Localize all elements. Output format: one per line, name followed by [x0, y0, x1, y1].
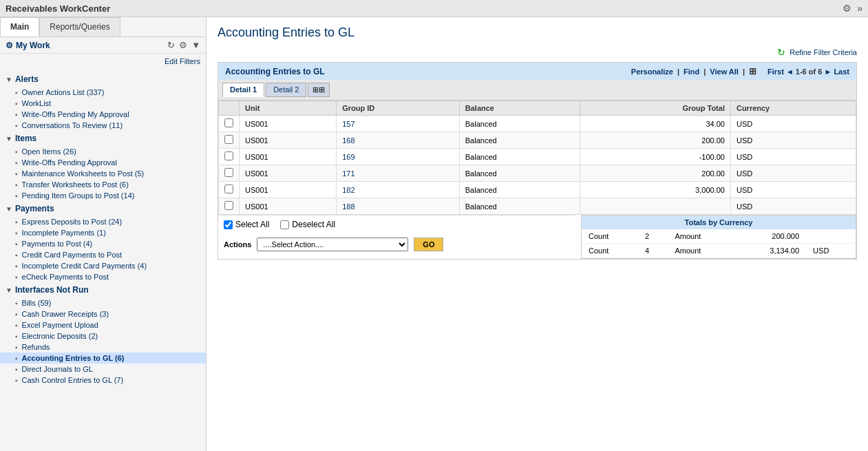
nav-express-deposits[interactable]: ▪ Express Deposits to Post (24) [0, 216, 206, 227]
nav-link[interactable]: Bills (59) [22, 299, 52, 307]
nav-link[interactable]: Cash Control Entries to GL (7) [22, 376, 124, 384]
nav-incomplete-payments[interactable]: ▪ Incomplete Payments (1) [0, 227, 206, 238]
refresh-icon[interactable]: ↻ [167, 40, 175, 50]
row-checkbox[interactable] [224, 168, 233, 177]
nav-link[interactable]: Cash Drawer Receipts (3) [22, 310, 109, 318]
nav-link[interactable]: eCheck Payments to Post [22, 273, 109, 281]
nav-link[interactable]: Direct Journals to GL [22, 365, 93, 373]
first-link[interactable]: First [768, 67, 784, 76]
refine-filter-link[interactable]: Refine Filter Criteria [790, 48, 857, 56]
settings-icon[interactable]: ⚙ [843, 3, 851, 14]
nav-link[interactable]: Maintenance Worksheets to Post (5) [22, 169, 145, 178]
nav-incomplete-credit-card[interactable]: ▪ Incomplete Credit Card Payments (4) [0, 260, 206, 271]
next-icon[interactable]: ► [824, 67, 834, 76]
go-button[interactable]: GO [414, 238, 443, 251]
select-all-label[interactable]: Select All [224, 220, 269, 229]
nav-direct-journals[interactable]: ▪ Direct Journals to GL [0, 364, 206, 375]
nav-link[interactable]: Incomplete Payments (1) [22, 229, 106, 237]
refine-bar: ↻ Refine Filter Criteria [218, 47, 857, 58]
dropdown-icon[interactable]: ▼ [191, 40, 200, 50]
find-link[interactable]: Find [684, 67, 699, 76]
row-checkbox-cell[interactable] [219, 165, 240, 182]
main-content: Accounting Entries to GL ↻ Refine Filter… [207, 17, 868, 451]
sidebar-nav: ▼ Alerts ▪ Owner Actions List (337) ▪ Wo… [0, 69, 206, 451]
view-all-link[interactable]: View All [710, 67, 739, 76]
nav-transfer-worksheets[interactable]: ▪ Transfer Worksheets to Post (6) [0, 179, 206, 190]
cell-group-id[interactable]: 168 [337, 132, 460, 149]
nav-credit-card-payments[interactable]: ▪ Credit Card Payments to Post [0, 249, 206, 260]
nav-bills[interactable]: ▪ Bills (59) [0, 297, 206, 308]
nav-owner-actions[interactable]: ▪ Owner Actions List (337) [0, 87, 206, 98]
totals-header: Totals by Currency [582, 216, 856, 229]
row-checkbox[interactable] [224, 185, 233, 193]
section-alerts[interactable]: ▼ Alerts [0, 72, 206, 87]
select-all-checkbox[interactable] [224, 220, 233, 229]
tab-reports-queries[interactable]: Reports/Queries [39, 17, 120, 36]
section-items[interactable]: ▼ Items [0, 131, 206, 146]
prev-icon[interactable]: ◄ [786, 67, 796, 76]
nav-pending-item-groups[interactable]: ▪ Pending Item Groups to Post (14) [0, 190, 206, 201]
nav-link[interactable]: Accounting Entries to GL (6) [22, 354, 125, 362]
nav-link[interactable]: Payments to Post (4) [22, 240, 93, 248]
cell-group-id[interactable]: 171 [337, 165, 460, 182]
row-checkbox[interactable] [224, 151, 233, 160]
cell-group-id[interactable]: 188 [337, 198, 460, 215]
section-title-alerts: Alerts [15, 74, 39, 84]
cell-group-id[interactable]: 157 [337, 116, 460, 132]
nav-link[interactable]: Incomplete Credit Card Payments (4) [22, 262, 147, 270]
tab-columns-icon[interactable]: ⊞⊞ [308, 83, 330, 97]
deselect-all-checkbox[interactable] [280, 220, 289, 229]
nav-payments-to-post[interactable]: ▪ Payments to Post (4) [0, 238, 206, 249]
row-checkbox[interactable] [224, 201, 233, 210]
row-checkbox-cell[interactable] [219, 116, 240, 132]
row-checkbox-cell[interactable] [219, 198, 240, 215]
nav-open-items[interactable]: ▪ Open Items (26) [0, 146, 206, 157]
personalize-link[interactable]: Personalize [631, 67, 673, 76]
nav-link[interactable]: Excel Payment Upload [22, 321, 98, 329]
nav-link[interactable]: Refunds [22, 343, 50, 351]
nav-link[interactable]: WorkList [22, 99, 52, 107]
tab-detail2[interactable]: Detail 2 [266, 83, 306, 97]
mywork-title: ⚙ My Work [6, 41, 50, 50]
nav-maintenance-worksheets[interactable]: ▪ Maintenance Worksheets to Post (5) [0, 168, 206, 179]
section-interfaces[interactable]: ▼ Interfaces Not Run [0, 282, 206, 297]
last-link[interactable]: Last [834, 67, 849, 76]
nav-link[interactable]: Conversations To Review (11) [22, 121, 123, 129]
nav-link[interactable]: Transfer Worksheets to Post (6) [22, 180, 129, 189]
nav-cash-control[interactable]: ▪ Cash Control Entries to GL (7) [0, 375, 206, 386]
nav-electronic-deposits[interactable]: ▪ Electronic Deposits (2) [0, 331, 206, 342]
nav-echeck-payments[interactable]: ▪ eCheck Payments to Post [0, 271, 206, 282]
nav-link[interactable]: Write-Offs Pending My Approval [22, 110, 129, 118]
collapse-icon[interactable]: » [857, 3, 862, 14]
nav-link[interactable]: Open Items (26) [22, 147, 76, 156]
section-payments[interactable]: ▼ Payments [0, 201, 206, 216]
deselect-all-label[interactable]: Deselect All [280, 220, 335, 229]
nav-link[interactable]: Credit Card Payments to Post [22, 251, 123, 259]
settings-icon[interactable]: ⚙ [179, 40, 187, 50]
nav-cash-drawer[interactable]: ▪ Cash Drawer Receipts (3) [0, 308, 206, 319]
row-checkbox-cell[interactable] [219, 149, 240, 165]
cell-group-id[interactable]: 182 [337, 182, 460, 198]
tab-main[interactable]: Main [0, 17, 39, 36]
row-checkbox-cell[interactable] [219, 132, 240, 149]
tab-detail1[interactable]: Detail 1 [222, 83, 264, 97]
cell-group-id[interactable]: 169 [337, 149, 460, 165]
actions-select[interactable]: ....Select Action.... [257, 238, 408, 251]
nav-worklist[interactable]: ▪ WorkList [0, 98, 206, 109]
nav-link[interactable]: Electronic Deposits (2) [22, 332, 98, 340]
row-checkbox[interactable] [224, 118, 233, 127]
nav-link[interactable]: Express Deposits to Post (24) [22, 218, 123, 226]
edit-filters-link[interactable]: Edit Filters [165, 57, 200, 65]
nav-conversations[interactable]: ▪ Conversations To Review (11) [0, 120, 206, 131]
nav-excel-payment[interactable]: ▪ Excel Payment Upload [0, 319, 206, 331]
nav-accounting-entries[interactable]: ▪ Accounting Entries to GL (6) [0, 353, 206, 364]
refresh-icon[interactable]: ↻ [777, 47, 785, 58]
row-checkbox[interactable] [224, 135, 233, 144]
row-checkbox-cell[interactable] [219, 182, 240, 198]
nav-writeoffs-approval[interactable]: ▪ Write-Offs Pending Approval [0, 157, 206, 168]
nav-writeoffs-my-approval[interactable]: ▪ Write-Offs Pending My Approval [0, 109, 206, 120]
nav-link[interactable]: Write-Offs Pending Approval [22, 158, 117, 167]
nav-link[interactable]: Pending Item Groups to Post (14) [22, 191, 135, 200]
nav-link[interactable]: Owner Actions List (337) [22, 88, 105, 96]
nav-refunds[interactable]: ▪ Refunds [0, 342, 206, 353]
